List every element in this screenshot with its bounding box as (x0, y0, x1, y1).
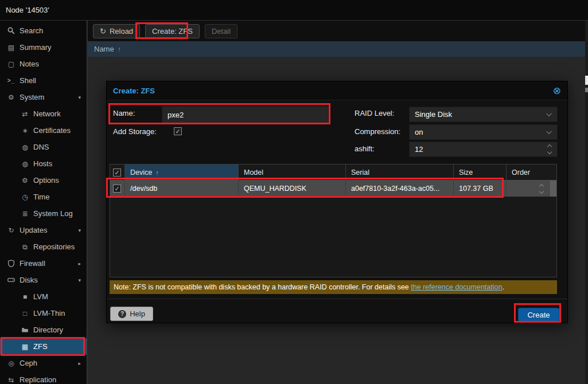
sidebar-item-label: Replication (20, 375, 56, 384)
sidebar-item-label: Time (33, 193, 49, 201)
chevron-down-icon[interactable] (546, 128, 552, 134)
chevron-down-icon[interactable]: ▾ (78, 277, 81, 283)
sidebar-item-lvm-thin[interactable]: □LVM-Thin (0, 305, 87, 322)
sidebar-item-label: Certificates (33, 126, 71, 135)
compression-value: on (415, 128, 423, 136)
sort-asc-icon: ↑ (118, 45, 121, 53)
column-header-model[interactable]: Model (239, 164, 346, 181)
device-grid-header: ✓Device↑ModelSerialSizeOrder (110, 164, 556, 181)
ashift-spinner[interactable]: 12 (409, 142, 558, 157)
sidebar-item-updates[interactable]: ↻Updates▾ (0, 222, 87, 238)
sidebar-item-replication[interactable]: ⇆Replication (0, 371, 87, 384)
column-header-size[interactable]: Size (454, 164, 507, 181)
compression-select[interactable]: on (409, 124, 558, 140)
column-header-order[interactable]: Order (507, 164, 557, 181)
sidebar-item-shell[interactable]: >_Shell (0, 72, 87, 89)
certificate-icon: ∗ (20, 127, 30, 135)
sidebar-item-firewall[interactable]: Firewall▸ (0, 255, 87, 272)
chevron-right-icon[interactable]: ▸ (78, 261, 81, 267)
close-icon[interactable]: ⊗ (553, 86, 561, 96)
sidebar-item-notes[interactable]: ▢Notes (0, 56, 87, 72)
note-icon: ▢ (6, 60, 17, 68)
sidebar-item-search[interactable]: Search (0, 22, 87, 39)
column-header-label: Device (130, 169, 152, 177)
zfs-note: Note: ZFS is not compatible with disks b… (110, 280, 557, 294)
sidebar-item-label: Directory (33, 326, 63, 334)
chevron-down-icon[interactable]: ▾ (78, 228, 81, 233)
raid-level-select[interactable]: Single Disk (409, 107, 558, 122)
name-column-header[interactable]: Name (94, 45, 114, 53)
reference-documentation-link[interactable]: the reference documentation (411, 283, 502, 291)
question-icon: ? (118, 310, 126, 318)
sidebar-item-dns[interactable]: ◍DNS (0, 139, 87, 155)
chevron-down-icon[interactable] (546, 111, 552, 116)
hdd-icon (6, 276, 17, 284)
dialog-titlebar[interactable]: Create: ZFS ⊗ (107, 81, 567, 100)
spinner-arrows-icon[interactable] (540, 185, 543, 193)
create-zfs-button[interactable]: Create: ZFS (145, 24, 200, 38)
sidebar-item-repositories[interactable]: ⧉Repositories (0, 238, 87, 255)
page-scrollbar[interactable] (585, 21, 588, 384)
sidebar-item-network[interactable]: ⇄Network (0, 105, 87, 122)
sidebar-item-options[interactable]: ⚙Options (0, 172, 87, 189)
spinner-arrows-icon[interactable] (548, 145, 551, 154)
column-header-label: Model (244, 169, 263, 177)
column-header-serial[interactable]: Serial (346, 164, 454, 181)
gears-icon: ⚙ (6, 93, 17, 101)
sidebar-item-system[interactable]: ⚙System▾ (0, 89, 87, 105)
sort-asc-icon: ↑ (155, 169, 159, 176)
folder-icon (20, 326, 30, 334)
size-cell: 107.37 GB (454, 181, 507, 197)
dialog-title: Create: ZFS (113, 87, 155, 95)
select-all-checkbox-cell[interactable]: ✓ (110, 164, 125, 181)
create-button[interactable]: Create (518, 308, 559, 322)
sidebar-item-label: LVM-Thin (33, 309, 65, 318)
chevron-right-icon[interactable]: ▸ (78, 361, 81, 366)
shield-icon (6, 260, 17, 267)
sidebar-item-lvm[interactable]: ■LVM (0, 288, 87, 305)
select-all-checkbox[interactable]: ✓ (113, 169, 121, 177)
name-value: pxe2 (168, 111, 184, 119)
sidebar-item-summary[interactable]: ▤Summary (0, 39, 87, 56)
book-icon: ▤ (6, 44, 17, 52)
scrollbar-mark (585, 88, 588, 92)
model-cell: QEMU_HARDDISK (239, 181, 346, 197)
sidebar-item-zfs[interactable]: ▦ZFS (0, 338, 87, 355)
sidebar-item-time[interactable]: ◷Time (0, 189, 87, 205)
sidebar-item-label: Repositories (33, 242, 75, 251)
create-zfs-dialog: Create: ZFS ⊗ Name: pxe2 RAID Level: Sin… (106, 81, 568, 323)
sidebar-item-label: Firewall (20, 259, 45, 268)
row-checkbox-cell[interactable]: ✓ (110, 181, 125, 197)
copy-icon: ⧉ (20, 243, 30, 251)
sidebar-item-hosts[interactable]: ◍Hosts (0, 155, 87, 172)
serial-cell: a0ef7810-3a2f-463a-ac05... (346, 181, 454, 197)
grid-scrollbar-thumb[interactable] (550, 181, 557, 197)
row-checkbox[interactable]: ✓ (113, 185, 121, 193)
compression-label: Compression: (355, 123, 400, 140)
sidebar-item-label: DNS (33, 143, 49, 151)
reload-button[interactable]: ↻Reload (93, 24, 140, 38)
node-title: Node '14503' (6, 6, 49, 14)
gear-icon: ⚙ (20, 177, 30, 185)
sidebar-item-label: Search (20, 26, 43, 35)
list-icon: ≣ (20, 210, 30, 218)
scrollbar-thumb[interactable] (585, 76, 588, 85)
order-cell[interactable] (507, 181, 550, 197)
grid-scrollbar[interactable] (550, 181, 557, 197)
sidebar-item-disks[interactable]: Disks▾ (0, 272, 87, 288)
grid-icon: ▦ (20, 343, 30, 351)
column-header-device[interactable]: Device↑ (125, 164, 239, 181)
clock-icon: ◷ (20, 193, 30, 201)
name-input[interactable]: pxe2 (162, 106, 329, 123)
help-button[interactable]: ? Help (110, 307, 153, 321)
sidebar-item-directory[interactable]: Directory (0, 322, 87, 338)
sidebar-item-ceph[interactable]: ◎Ceph▸ (0, 355, 87, 371)
chevron-down-icon[interactable]: ▾ (78, 95, 81, 100)
device-table-row[interactable]: ✓/dev/sdbQEMU_HARDDISKa0ef7810-3a2f-463a… (110, 181, 556, 197)
sidebar-item-certificates[interactable]: ∗Certificates (0, 122, 87, 139)
network-icon: ⇄ (20, 110, 30, 118)
window-titlebar: Node '14503' (0, 0, 588, 21)
sidebar-item-system-log[interactable]: ≣System Log (0, 205, 87, 222)
add-storage-checkbox[interactable]: ✓ (174, 127, 182, 135)
main-list-header[interactable]: Name ↑ (88, 41, 588, 57)
